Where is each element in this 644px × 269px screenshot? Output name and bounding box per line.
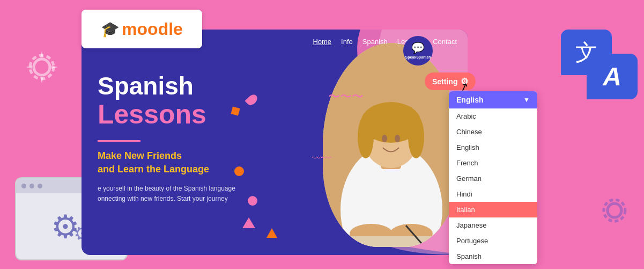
moodle-logo-box: 🎓 moodle [82,10,202,48]
svg-point-11 [382,135,387,142]
moodle-hat-icon: 🎓 [101,20,120,38]
deco-triangle-orange [267,228,277,238]
hero-subtitle: Make New Friendsand Learn the Language [98,149,280,176]
dropdown-item-german[interactable]: German [449,171,537,186]
translate-decoration: 文 A [561,30,639,105]
nav-links: Home Info Spanish Lessons Contact [313,38,457,46]
dropdown-item-spanish[interactable]: Spanish [449,249,537,264]
nav-link-info[interactable]: Info [341,38,353,46]
gear-decoration-right [596,192,633,237]
dropdown-item-french[interactable]: French [449,155,537,171]
pink-divider [98,140,140,142]
deco-zigzag-1: 〜〜〜 [328,89,364,105]
speech-bubble-icon: 💬 [411,41,425,54]
svg-point-12 [395,135,400,142]
hero-title-spanish: Spanish [98,72,280,100]
deco-zigzag-2: 〰〰 [312,153,331,164]
moodle-logo: 🎓 moodle [101,19,183,39]
speak-badge-text: SpeakSpanish [405,55,431,60]
dropdown-item-arabic[interactable]: Arabic [449,108,537,124]
svg-point-10 [408,115,424,158]
dropdown-item-hindi[interactable]: Hindi [449,186,537,202]
deco-triangle-pink [242,217,255,228]
main-website-card: Home Info Spanish Lessons Contact 💬 Spea… [82,30,468,255]
browser-dot-2 [29,184,34,188]
svg-point-2 [608,203,621,217]
dropdown-item-chinese[interactable]: Chinese [449,124,537,140]
dropdown-header[interactable]: English ▼ [449,91,537,108]
hero-desc-1: e yourself in the beauty of the Spanish … [98,184,280,194]
dropdown-arrow-icon: ▼ [523,96,530,104]
dropdown-item-italian[interactable]: Italian [449,202,537,217]
setting-label: Setting [432,77,457,86]
hero-content: Spanish Lessons Make New Friendsand Lear… [98,72,280,204]
browser-dot-3 [38,184,42,188]
nav-link-contact[interactable]: Contact [433,38,457,46]
nav-link-spanish[interactable]: Spanish [362,38,388,46]
language-dropdown[interactable]: English ▼ Arabic Chinese English French … [449,91,537,264]
translate-bubble-right: A [587,54,638,99]
dropdown-item-english[interactable]: English [449,140,537,155]
dropdown-item-japanese[interactable]: Japanese [449,217,537,233]
translate-char-right: A [603,62,621,91]
gear-decoration-left-top [20,46,63,89]
browser-dot-1 [21,184,26,188]
moodle-text: moodle [122,19,183,39]
svg-point-9 [358,115,374,158]
nav-link-home[interactable]: Home [313,38,331,46]
speak-spanish-badge: 💬 SpeakSpanish [403,36,433,66]
dropdown-item-portugese[interactable]: Portugese [449,233,537,249]
svg-point-0 [34,59,50,75]
hero-desc-2: onnecting with new friends. Start your j… [98,194,280,204]
hero-title-lessons: Lessons [98,100,280,129]
dropdown-selected: English [456,96,484,104]
